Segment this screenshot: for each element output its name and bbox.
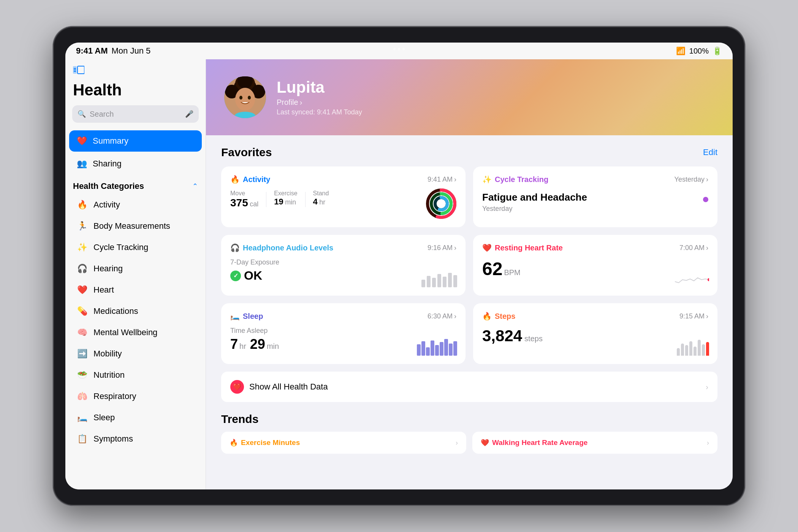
sidebar-toggle-button[interactable] — [73, 65, 84, 77]
favorites-grid: 🔥 Activity 9:41 AM › Move — [221, 166, 717, 364]
battery-percent: 100% — [689, 47, 709, 55]
headphone-card[interactable]: 🎧 Headphone Audio Levels 9:16 AM › 7-Day… — [221, 235, 466, 296]
headphone-subtitle: 7-Day Exposure — [230, 258, 456, 266]
exercise-value: 19 — [274, 197, 283, 206]
avatar[interactable] — [224, 76, 266, 118]
status-right: 📶 100% 🔋 — [676, 46, 722, 55]
ipad-frame: 9:41 AM Mon Jun 5 📶 100% 🔋 — [53, 27, 745, 505]
status-time: 9:41 AM — [76, 46, 108, 56]
trend-card-exercise[interactable]: 🔥 Exercise Minutes › — [221, 432, 466, 454]
cycle-date: Yesterday — [482, 205, 697, 213]
sleep-card[interactable]: 🛏️ Sleep 6:30 AM › Time Asleep 7 — [221, 303, 466, 364]
edit-button[interactable]: Edit — [703, 147, 717, 157]
sidebar-item-mental-wellbeing[interactable]: 🧠 Mental Wellbeing — [69, 322, 202, 343]
sidebar-item-symptoms[interactable]: 📋 Symptoms — [69, 429, 202, 449]
mobility-label: Mobility — [93, 349, 122, 359]
hearing-icon: 🎧 — [76, 263, 88, 275]
trend-exercise-label-row: 🔥 Exercise Minutes — [230, 439, 300, 447]
trends-grid: 🔥 Exercise Minutes › ❤️ Walking Heart Ra… — [221, 432, 717, 454]
app-container: Health 🔍 Search 🎤 ❤️ Summary 👥 Sharing — [65, 59, 733, 489]
activity-card-time: 9:41 AM › — [428, 176, 456, 184]
show-all-health-data-button[interactable]: ❤️ Show All Health Data › — [221, 372, 717, 402]
trend-heart-chevron-icon: › — [707, 439, 709, 447]
mental-wellbeing-icon: 🧠 — [76, 326, 88, 339]
activity-card-title: Activity — [243, 175, 270, 184]
steps-chevron-icon: › — [706, 312, 708, 320]
favorites-header: Favorites Edit — [221, 146, 717, 159]
search-icon: 🔍 — [78, 110, 86, 118]
cycle-tracking-label: Cycle Tracking — [93, 242, 148, 252]
categories-chevron-icon[interactable]: ⌃ — [192, 182, 198, 190]
heart-card-time: 7:00 AM › — [679, 244, 708, 252]
sidebar-top — [65, 59, 206, 81]
sidebar-item-cycle-tracking[interactable]: ✨ Cycle Tracking — [69, 237, 202, 258]
cycle-tracking-icon: ✨ — [76, 241, 88, 253]
sidebar-item-hearing[interactable]: 🎧 Hearing — [69, 258, 202, 279]
sidebar-item-activity[interactable]: 🔥 Activity — [69, 195, 202, 215]
sleep-label: Time Asleep — [230, 327, 456, 335]
body-measurements-label: Body Measurements — [93, 221, 170, 231]
headphone-card-time: 9:16 AM › — [428, 244, 456, 252]
medications-icon: 💊 — [76, 305, 88, 317]
sidebar-item-nutrition[interactable]: 🥗 Nutrition — [69, 365, 202, 385]
profile-name: Lupita — [277, 78, 714, 97]
sidebar-item-body-measurements[interactable]: 🏃 Body Measurements — [69, 216, 202, 236]
symptoms-icon: 📋 — [76, 433, 88, 445]
app-title: Health — [65, 81, 206, 105]
sharing-icon: 👥 — [76, 158, 87, 169]
activity-card[interactable]: 🔥 Activity 9:41 AM › Move — [221, 166, 466, 227]
microphone-icon[interactable]: 🎤 — [185, 110, 193, 118]
headphone-card-icon: 🎧 — [230, 243, 240, 252]
cycle-chevron-icon: › — [706, 176, 708, 184]
nutrition-icon: 🥗 — [76, 369, 88, 381]
sidebar-item-heart[interactable]: ❤️ Heart — [69, 280, 202, 300]
ok-check-icon: ✓ — [230, 271, 241, 281]
mental-wellbeing-label: Mental Wellbeing — [93, 328, 157, 337]
steps-card[interactable]: 🔥 Steps 9:15 AM › 3,824 steps — [473, 303, 717, 364]
mobility-icon: ➡️ — [76, 348, 88, 360]
heart-icon: ❤️ — [76, 284, 88, 296]
sleep-card-header: 🛏️ Sleep 6:30 AM › — [230, 312, 456, 321]
sidebar-item-sharing[interactable]: 👥 Sharing — [69, 153, 202, 174]
sleep-bars — [417, 337, 457, 356]
sleep-minutes: 29 — [250, 336, 265, 352]
trend-heart-icon: ❤️ — [481, 439, 489, 447]
battery-icon: 🔋 — [712, 46, 722, 55]
sleep-chevron-icon: › — [454, 312, 456, 320]
ok-text: OK — [244, 269, 262, 283]
stand-metric: Stand 4 hr — [313, 190, 329, 209]
summary-label: Summary — [93, 136, 128, 146]
bpm-unit: BPM — [504, 268, 520, 277]
search-placeholder: Search — [90, 110, 181, 119]
nutrition-label: Nutrition — [93, 370, 125, 380]
wifi-icon: 📶 — [676, 46, 686, 55]
heart-card-title: Resting Heart Rate — [495, 244, 563, 252]
sleep-card-title: Sleep — [243, 312, 263, 321]
activity-card-icon: 🔥 — [230, 175, 240, 184]
status-date: Mon Jun 5 — [112, 46, 151, 56]
search-bar[interactable]: 🔍 Search 🎤 — [72, 105, 199, 123]
sidebar-item-medications[interactable]: 💊 Medications — [69, 301, 202, 321]
sidebar-item-sleep[interactable]: 🛏️ Sleep — [69, 407, 202, 428]
sidebar-item-summary[interactable]: ❤️ Summary — [69, 130, 202, 152]
resting-heart-rate-card[interactable]: ❤️ Resting Heart Rate 7:00 AM › 62 — [473, 235, 717, 296]
steps-unit: steps — [524, 334, 543, 343]
heart-sparkline — [675, 268, 709, 287]
profile-link[interactable]: Profile › — [277, 98, 714, 107]
medications-label: Medications — [93, 306, 138, 316]
sleep-minutes-unit: min — [267, 342, 279, 351]
sidebar-item-mobility[interactable]: ➡️ Mobility — [69, 344, 202, 364]
svg-point-12 — [239, 96, 242, 100]
activity-icon: 🔥 — [76, 199, 88, 211]
svg-point-13 — [248, 96, 251, 100]
cycle-tracking-card[interactable]: ✨ Cycle Tracking Yesterday › Fatigue and… — [473, 166, 717, 227]
show-all-text: Show All Health Data — [249, 382, 700, 392]
steps-card-header: 🔥 Steps 9:15 AM › — [482, 312, 708, 321]
sharing-label: Sharing — [93, 159, 122, 169]
trend-exercise-icon: 🔥 — [230, 439, 238, 447]
heart-card-header: ❤️ Resting Heart Rate 7:00 AM › — [482, 243, 708, 252]
trend-card-heart-rate[interactable]: ❤️ Walking Heart Rate Average › — [472, 432, 717, 454]
steps-card-title: Steps — [495, 312, 515, 321]
sidebar-item-respiratory[interactable]: 🫁 Respiratory — [69, 386, 202, 407]
bpm-value: 62 — [482, 258, 502, 279]
